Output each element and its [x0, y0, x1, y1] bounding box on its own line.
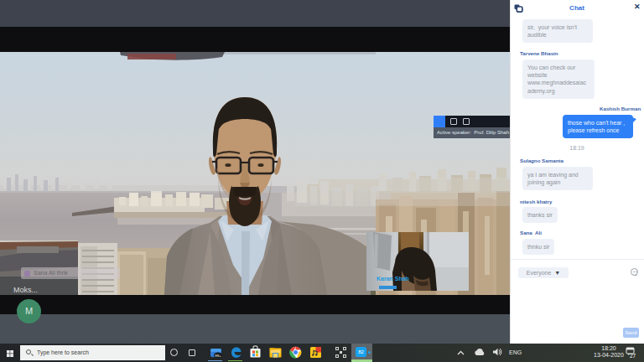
- svg-text:99+: 99+: [215, 354, 221, 358]
